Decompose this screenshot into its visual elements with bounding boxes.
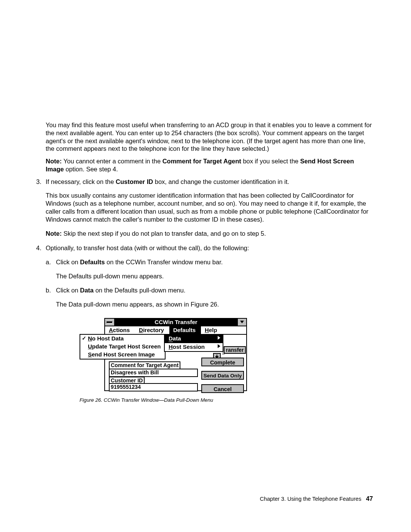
menuitem-update-target-host-screen[interactable]: Update Target Host Screen xyxy=(80,343,165,351)
step-4a-head: Click on Defaults on the CCWin Transfer … xyxy=(56,258,372,266)
send-data-only-button[interactable]: Send Data Only xyxy=(201,371,244,380)
submenu-data[interactable]: Data xyxy=(165,335,223,343)
data-submenu: Data Host Session xyxy=(164,334,223,352)
step-4a: a. Click on Defaults on the CCWin Transf… xyxy=(46,258,372,283)
menubar: Actions Directory Defaults Help xyxy=(104,326,247,335)
menuitem-send-host-screen-image[interactable]: Send Host Screen Image xyxy=(80,351,165,359)
note-2: Note: Skip the next step if you do not p… xyxy=(46,230,372,238)
menu-directory[interactable]: Directory xyxy=(135,326,169,334)
system-menu-icon[interactable] xyxy=(105,319,115,326)
submenu-host-session[interactable]: Host Session xyxy=(165,343,223,351)
step-3-marker: 3. xyxy=(36,178,46,240)
step-4b-marker: b. xyxy=(46,286,56,311)
submenu-arrow-icon xyxy=(218,336,220,340)
step-3-body: This box usually contains any customer i… xyxy=(46,192,372,223)
comment-input[interactable]: Disagrees with Bill xyxy=(109,369,198,377)
step-4a-marker: a. xyxy=(46,258,56,283)
figure-26: CCWin Transfer Actions Directory Default… xyxy=(80,318,247,404)
cancel-button[interactable]: Cancel xyxy=(201,384,244,393)
figure-caption: Figure 26. CCWin Transfer Window—Data Pu… xyxy=(80,397,247,404)
menuitem-no-host-data[interactable]: No Host Data xyxy=(80,335,165,343)
para-acd: You may find this feature most useful wh… xyxy=(46,121,372,153)
step-3-head: If necessary, click on the Customer ID b… xyxy=(46,178,372,186)
svg-marker-0 xyxy=(240,321,244,323)
page-footer: Chapter 3. Using the Telephone Features … xyxy=(260,495,373,502)
note-1: Note: You cannot enter a comment in the … xyxy=(46,157,372,173)
menu-defaults[interactable]: Defaults xyxy=(169,326,201,334)
step-4-head: Optionally, to transfer host data (with … xyxy=(46,244,372,252)
step-4-marker: 4. xyxy=(36,244,46,310)
step-4b-body: The Data pull-down menu appears, as show… xyxy=(56,300,372,308)
step-4a-body: The Defaults pull-down menu appears. xyxy=(56,272,372,280)
defaults-pulldown: No Host Data Update Target Host Screen S… xyxy=(80,334,166,359)
titlebar: CCWin Transfer xyxy=(104,318,247,326)
minimize-icon[interactable] xyxy=(237,319,246,326)
step-4b-head: Click on Data on the Defaults pull-down … xyxy=(56,286,372,294)
menu-help[interactable]: Help xyxy=(201,326,223,334)
customer-id-input[interactable]: 9195551234 xyxy=(109,383,198,391)
window-title: CCWin Transfer xyxy=(115,319,237,326)
step-4: 4. Optionally, to transfer host data (wi… xyxy=(36,244,372,310)
step-4b: b. Click on Data on the Defaults pull-do… xyxy=(46,286,372,311)
button-stack: Complete Send Data Only Cancel xyxy=(201,345,244,398)
submenu-arrow-icon xyxy=(218,344,220,348)
complete-button[interactable]: Complete xyxy=(201,358,244,366)
menu-actions[interactable]: Actions xyxy=(105,326,135,334)
step-3: 3. If necessary, click on the Customer I… xyxy=(36,178,372,240)
page-number: 47 xyxy=(366,495,373,502)
